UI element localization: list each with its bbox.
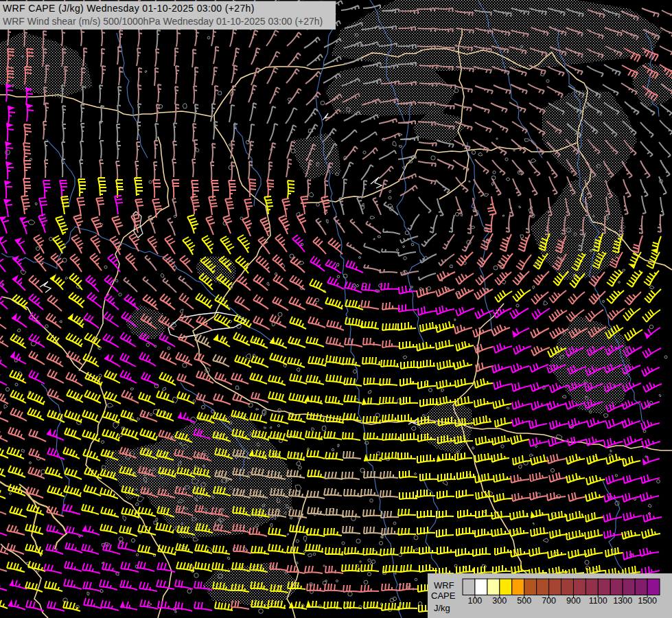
svg-text:CAPE: CAPE xyxy=(431,591,456,601)
svg-text:300: 300 xyxy=(492,596,507,606)
svg-text:1300: 1300 xyxy=(613,596,632,606)
svg-text:WRF CAPE (J/kg) Wednesday 01-1: WRF CAPE (J/kg) Wednesday 01-10-2025 03:… xyxy=(3,3,255,14)
svg-text:1500: 1500 xyxy=(638,596,657,606)
svg-text:WRF Wind shear (m/s) 500/1000h: WRF Wind shear (m/s) 500/1000hPa Wednesd… xyxy=(3,16,323,27)
svg-text:100: 100 xyxy=(467,596,482,606)
svg-text:500: 500 xyxy=(517,596,531,606)
svg-text:WRF: WRF xyxy=(434,580,454,591)
svg-text:900: 900 xyxy=(566,596,581,606)
svg-text:700: 700 xyxy=(542,596,556,606)
svg-text:1100: 1100 xyxy=(589,596,607,606)
svg-text:J/kg: J/kg xyxy=(434,603,450,613)
